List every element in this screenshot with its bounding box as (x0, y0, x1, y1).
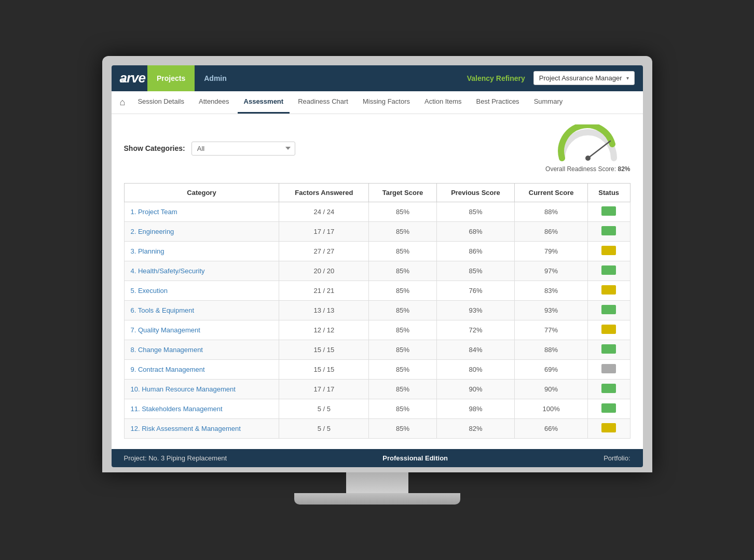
cell-previous: 86% (436, 241, 515, 261)
tab-best-practices[interactable]: Best Practices (470, 91, 526, 114)
col-category: Category (124, 183, 279, 202)
table-row: 11. Stakeholders Management 5 / 5 85% 98… (124, 399, 630, 418)
home-icon[interactable]: ⌂ (120, 97, 126, 108)
svg-point-1 (585, 156, 591, 161)
tab-summary[interactable]: Summary (528, 91, 569, 114)
cell-target: 85% (369, 418, 436, 438)
cell-current: 69% (515, 359, 588, 379)
gauge-area: Overall Readiness Score: 82% (545, 124, 630, 173)
cell-factors: 27 / 27 (279, 241, 369, 261)
table-row: 4. Health/Safety/Security 20 / 20 85% 85… (124, 261, 630, 281)
category-link[interactable]: 9. Contract Management (131, 366, 205, 373)
screen-inner: 𝅈arve Projects Admin Valency Refinery Pr… (112, 65, 643, 467)
logo-area: 𝅈arve (120, 69, 146, 87)
category-link[interactable]: 7. Quality Management (131, 326, 200, 334)
cell-previous: 76% (436, 281, 515, 300)
category-link[interactable]: 4. Health/Safety/Security (131, 267, 205, 275)
role-label: Project Assurance Manager (539, 74, 622, 82)
nav-projects-button[interactable]: Projects (147, 65, 195, 91)
cell-current: 77% (515, 320, 588, 340)
main-content: Show Categories: All (112, 114, 643, 449)
cell-factors: 15 / 15 (279, 359, 369, 379)
cell-factors: 17 / 17 (279, 221, 369, 241)
nav-admin-button[interactable]: Admin (195, 65, 236, 91)
categories-left: Show Categories: All (124, 142, 295, 156)
cell-status (587, 320, 630, 340)
col-current: Current Score (515, 183, 588, 202)
table-row: 5. Execution 21 / 21 85% 76% 83% (124, 281, 630, 300)
category-link[interactable]: 12. Risk Assessment & Management (131, 425, 241, 432)
cell-category[interactable]: 12. Risk Assessment & Management (124, 418, 279, 438)
cell-status (587, 202, 630, 221)
category-link[interactable]: 8. Change Management (131, 346, 203, 354)
category-link[interactable]: 11. Stakeholders Management (131, 405, 223, 413)
footer-project: Project: No. 3 Piping Replacement (124, 454, 227, 462)
category-link[interactable]: 5. Execution (131, 287, 168, 295)
cell-category[interactable]: 9. Contract Management (124, 359, 279, 379)
cell-status (587, 359, 630, 379)
monitor-wrapper: 𝅈arve Projects Admin Valency Refinery Pr… (92, 56, 663, 505)
cell-previous: 85% (436, 261, 515, 281)
col-status: Status (587, 183, 630, 202)
status-indicator (601, 364, 616, 373)
category-link[interactable]: 10. Human Resource Management (131, 385, 236, 393)
cell-current: 93% (515, 300, 588, 320)
cell-status (587, 241, 630, 261)
status-indicator (601, 403, 616, 413)
cell-current: 88% (515, 202, 588, 221)
category-link[interactable]: 6. Tools & Equipment (131, 306, 195, 314)
role-badge[interactable]: Project Assurance Manager ▾ (533, 71, 635, 85)
cell-target: 85% (369, 241, 436, 261)
tab-session-details[interactable]: Session Details (131, 91, 190, 114)
tab-assessment[interactable]: Assessment (238, 91, 290, 114)
tab-action-items[interactable]: Action Items (418, 91, 468, 114)
cell-target: 85% (369, 399, 436, 418)
cell-category[interactable]: 8. Change Management (124, 340, 279, 359)
cell-current: 88% (515, 340, 588, 359)
table-row: 2. Engineering 17 / 17 85% 68% 86% (124, 221, 630, 241)
cell-category[interactable]: 2. Engineering (124, 221, 279, 241)
table-row: 3. Planning 27 / 27 85% 86% 79% (124, 241, 630, 261)
table-row: 8. Change Management 15 / 15 85% 84% 88% (124, 340, 630, 359)
cell-previous: 84% (436, 340, 515, 359)
cell-status (587, 379, 630, 399)
cell-factors: 15 / 15 (279, 340, 369, 359)
status-indicator (601, 285, 616, 295)
table-row: 6. Tools & Equipment 13 / 13 85% 93% 93% (124, 300, 630, 320)
monitor-neck (346, 472, 408, 493)
category-link[interactable]: 2. Engineering (131, 228, 174, 235)
category-link[interactable]: 3. Planning (131, 247, 164, 255)
cell-factors: 17 / 17 (279, 379, 369, 399)
cell-status (587, 340, 630, 359)
monitor-base (294, 493, 460, 505)
tab-readiness-chart[interactable]: Readiness Chart (292, 91, 354, 114)
cell-factors: 13 / 13 (279, 300, 369, 320)
table-row: 7. Quality Management 12 / 12 85% 72% 77… (124, 320, 630, 340)
cell-category[interactable]: 11. Stakeholders Management (124, 399, 279, 418)
table-row: 1. Project Team 24 / 24 85% 85% 88% (124, 202, 630, 221)
tab-missing-factors[interactable]: Missing Factors (357, 91, 416, 114)
tab-attendees[interactable]: Attendees (193, 91, 236, 114)
cell-category[interactable]: 7. Quality Management (124, 320, 279, 340)
categories-select[interactable]: All (191, 142, 295, 156)
cell-status (587, 418, 630, 438)
cell-category[interactable]: 4. Health/Safety/Security (124, 261, 279, 281)
cell-current: 83% (515, 281, 588, 300)
status-indicator (601, 305, 616, 314)
col-previous: Previous Score (436, 183, 515, 202)
cell-category[interactable]: 1. Project Team (124, 202, 279, 221)
cell-category[interactable]: 10. Human Resource Management (124, 379, 279, 399)
category-link[interactable]: 1. Project Team (131, 208, 177, 216)
cell-target: 85% (369, 379, 436, 399)
cell-target: 85% (369, 281, 436, 300)
cell-factors: 24 / 24 (279, 202, 369, 221)
cell-target: 85% (369, 221, 436, 241)
status-indicator (601, 325, 616, 334)
table-header-row: Category Factors Answered Target Score P… (124, 183, 630, 202)
app-footer: Project: No. 3 Piping Replacement Profes… (112, 449, 643, 467)
cell-category[interactable]: 3. Planning (124, 241, 279, 261)
cell-category[interactable]: 5. Execution (124, 281, 279, 300)
monitor-screen: 𝅈arve Projects Admin Valency Refinery Pr… (102, 56, 652, 472)
cell-factors: 21 / 21 (279, 281, 369, 300)
cell-category[interactable]: 6. Tools & Equipment (124, 300, 279, 320)
